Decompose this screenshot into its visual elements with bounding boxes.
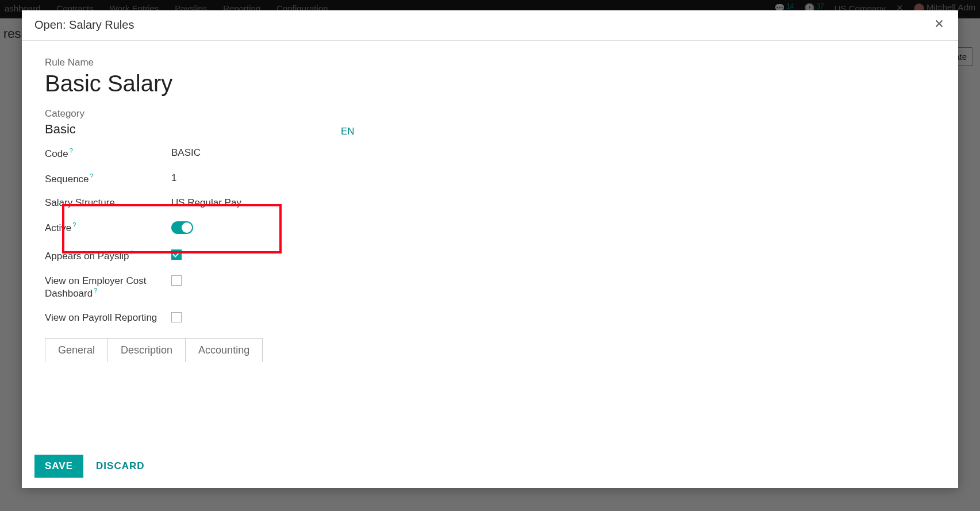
save-button[interactable]: SAVE xyxy=(34,455,83,478)
category-value[interactable]: Basic xyxy=(45,122,958,137)
view-payroll-reporting-checkbox[interactable] xyxy=(171,312,182,322)
help-icon[interactable]: ? xyxy=(72,221,76,228)
help-icon[interactable]: ? xyxy=(130,249,133,256)
code-value[interactable]: BASIC xyxy=(171,147,958,159)
rule-name-label: Rule Name xyxy=(45,57,958,68)
active-toggle[interactable] xyxy=(171,221,193,234)
salary-rule-modal: Open: Salary Rules EN Rule Name Basic Sa… xyxy=(22,10,958,488)
rule-name-value[interactable]: Basic Salary xyxy=(45,71,958,97)
discard-button[interactable]: DISCARD xyxy=(96,460,144,472)
view-payroll-reporting-label: View on Payroll Reporting xyxy=(45,312,171,324)
appears-on-payslip-checkbox[interactable] xyxy=(171,249,182,260)
code-label: Code? xyxy=(45,147,171,160)
sequence-label: Sequence? xyxy=(45,172,171,185)
modal-body-scroll[interactable]: EN Rule Name Basic Salary Category Basic… xyxy=(22,41,958,434)
active-label: Active? xyxy=(45,221,171,234)
modal-title: Open: Salary Rules xyxy=(34,18,134,32)
view-employer-cost-checkbox[interactable] xyxy=(171,275,182,286)
salary-structure-label: Salary Structure xyxy=(45,197,171,209)
appears-on-payslip-label: Appears on Payslip? xyxy=(45,249,171,262)
form-tabs: General Description Accounting xyxy=(45,338,958,362)
modal-footer: SAVE DISCARD xyxy=(22,444,958,488)
help-icon[interactable]: ? xyxy=(94,287,97,294)
help-icon[interactable]: ? xyxy=(90,172,94,179)
salary-structure-value[interactable]: US Regular Pay xyxy=(171,197,958,209)
language-badge[interactable]: EN xyxy=(341,126,355,137)
tab-accounting[interactable]: Accounting xyxy=(186,338,263,362)
modal-header: Open: Salary Rules xyxy=(22,10,958,41)
view-employer-cost-label: View on Employer Cost Dashboard? xyxy=(45,275,171,299)
close-icon[interactable] xyxy=(933,17,946,32)
help-icon[interactable]: ? xyxy=(70,147,73,154)
tab-general[interactable]: General xyxy=(45,338,108,362)
category-label: Category xyxy=(45,108,958,120)
sequence-value[interactable]: 1 xyxy=(171,172,958,184)
tab-description[interactable]: Description xyxy=(108,338,186,362)
